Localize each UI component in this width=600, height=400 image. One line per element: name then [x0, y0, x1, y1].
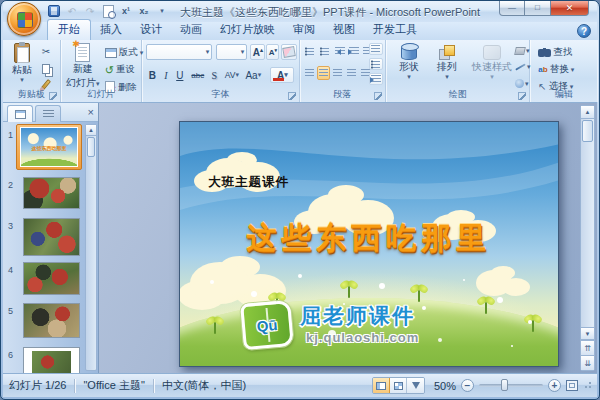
shapes-icon: [401, 45, 417, 60]
office-button[interactable]: [7, 2, 41, 36]
grow-font-button[interactable]: A▴: [250, 44, 265, 60]
text-shadow-button[interactable]: S: [208, 67, 220, 83]
shapes-button[interactable]: 形状▾: [392, 45, 426, 80]
bold-button[interactable]: B: [146, 67, 158, 83]
panel-scrollbar[interactable]: ▲: [85, 124, 97, 371]
tab-home[interactable]: 开始: [47, 19, 91, 40]
copy-icon: [42, 64, 50, 74]
clipboard-dialog-launcher[interactable]: [49, 92, 57, 100]
minimize-button[interactable]: —: [499, 1, 525, 16]
layout-button[interactable]: 版式▾: [105, 46, 144, 59]
shape-fill-button[interactable]: ▾: [515, 47, 530, 55]
editor-scrollbar[interactable]: ▲ ▼ ⇈ ⇊: [580, 105, 595, 371]
slide-thumbnail-2[interactable]: [23, 177, 80, 209]
font-name-combobox[interactable]: ▾: [146, 44, 212, 60]
slide-counter: 幻灯片 1/26: [9, 378, 66, 393]
drawing-dialog-launcher[interactable]: [518, 92, 526, 100]
strikethrough-button[interactable]: abc: [189, 67, 206, 83]
qat-customize-button[interactable]: ▾: [155, 4, 169, 18]
tab-slideshow[interactable]: 幻灯片放映: [211, 20, 284, 40]
fit-to-window-button[interactable]: [566, 380, 578, 391]
slide-sorter-view-button[interactable]: [390, 378, 407, 393]
slide-thumbnail-6[interactable]: [23, 347, 80, 373]
new-slide-button[interactable]: ✱ 新建 幻灯片▾: [63, 43, 103, 90]
align-left-button[interactable]: [303, 66, 316, 80]
save-button[interactable]: [47, 4, 61, 18]
scroll-down-button[interactable]: ▼: [581, 327, 594, 340]
align-right-button[interactable]: [331, 66, 344, 80]
zoom-in-button[interactable]: +: [548, 379, 561, 392]
reset-icon: ↺: [105, 65, 114, 75]
slide-thumbnail-5[interactable]: [23, 303, 80, 338]
print-preview-button[interactable]: [101, 4, 115, 18]
slide-thumbnail-3[interactable]: [23, 218, 80, 256]
panel-close-button[interactable]: ×: [88, 106, 94, 118]
editor-scrollbar-thumb[interactable]: [582, 120, 593, 142]
zoom-out-button[interactable]: −: [461, 379, 474, 392]
italic-button[interactable]: I: [160, 67, 171, 83]
outline-tab[interactable]: [35, 105, 61, 122]
justify-button[interactable]: [345, 66, 358, 80]
close-button[interactable]: ✕: [551, 1, 589, 16]
decrease-indent-button[interactable]: [334, 44, 347, 58]
zoom-level[interactable]: 50%: [430, 380, 456, 392]
zoom-slider[interactable]: [479, 384, 543, 387]
quick-styles-button[interactable]: 快速样式▾: [468, 45, 516, 80]
scroll-up-button[interactable]: ▲: [581, 106, 594, 119]
change-case-button[interactable]: Aa▾: [243, 67, 263, 83]
paragraph-dialog-launcher[interactable]: [374, 92, 382, 100]
quick-styles-icon: [483, 45, 501, 60]
tab-review[interactable]: 审阅: [284, 20, 324, 40]
numbering-button[interactable]: [318, 44, 331, 58]
paste-button[interactable]: 粘贴 ▾: [7, 43, 37, 83]
tab-design[interactable]: 设计: [131, 20, 171, 40]
convert-smartart-button[interactable]: [369, 73, 383, 85]
align-text-button[interactable]: [369, 58, 383, 70]
superscript-button[interactable]: x¹: [119, 4, 133, 18]
maximize-button[interactable]: □: [525, 1, 551, 16]
clear-formatting-button[interactable]: [281, 44, 297, 60]
tab-animations[interactable]: 动画: [171, 20, 211, 40]
subscript-button[interactable]: x₂: [137, 4, 151, 18]
reset-button[interactable]: ↺重设: [105, 63, 135, 76]
slide-thumbnail-4[interactable]: [23, 262, 80, 295]
panel-scrollbar-thumb[interactable]: [87, 137, 95, 157]
arrange-button[interactable]: 排列▾: [430, 45, 464, 80]
tab-developer[interactable]: 开发工具: [364, 20, 426, 40]
slide-canvas[interactable]: 大班主题课件 这些东西吃那里 Qū 屈老师课件 kj.qulaoshi.com: [179, 121, 559, 367]
zoom-slider-thumb[interactable]: [501, 379, 508, 391]
copy-button[interactable]: [35, 61, 57, 76]
tab-view[interactable]: 视图: [324, 20, 364, 40]
slideshow-view-button[interactable]: [407, 378, 424, 393]
slide-thumbnail-1-selected[interactable]: 这些东西吃那里: [16, 124, 82, 170]
undo-button[interactable]: ↶: [65, 4, 79, 18]
normal-view-button[interactable]: [373, 378, 390, 393]
bullets-button[interactable]: [303, 44, 316, 58]
text-direction-button[interactable]: [369, 43, 383, 55]
next-slide-button[interactable]: ⇊: [581, 355, 594, 370]
shape-outline-button[interactable]: ▾: [515, 64, 531, 70]
underline-button[interactable]: U: [173, 67, 186, 83]
slide-title-text[interactable]: 这些东西吃那里: [180, 218, 558, 259]
redo-button[interactable]: ↷: [83, 4, 97, 18]
cut-button[interactable]: ✂: [35, 44, 57, 59]
font-color-button[interactable]: A▾: [270, 67, 294, 83]
theme-name[interactable]: "Office 主题": [83, 378, 144, 393]
increase-indent-button[interactable]: [348, 44, 361, 58]
character-spacing-button[interactable]: AV▾: [222, 67, 241, 83]
help-button[interactable]: ?: [577, 24, 591, 38]
align-center-button[interactable]: [317, 66, 330, 80]
slides-tab[interactable]: [7, 105, 33, 122]
panel-scroll-up-button[interactable]: ▲: [86, 125, 96, 136]
slide-subtitle-text[interactable]: 大班主题课件: [208, 174, 289, 191]
find-button[interactable]: 查找: [538, 46, 572, 59]
font-size-combobox[interactable]: ▾: [216, 44, 247, 60]
shape-effects-button[interactable]: ▾: [515, 79, 529, 88]
resize-grip[interactable]: [583, 382, 591, 390]
previous-slide-button[interactable]: ⇈: [581, 340, 594, 355]
shrink-font-button[interactable]: A▾: [266, 44, 279, 60]
replace-button[interactable]: ab替换▾: [538, 63, 574, 76]
language-indicator[interactable]: 中文(简体，中国): [162, 378, 246, 393]
font-dialog-launcher[interactable]: [288, 92, 296, 100]
tab-insert[interactable]: 插入: [91, 20, 131, 40]
